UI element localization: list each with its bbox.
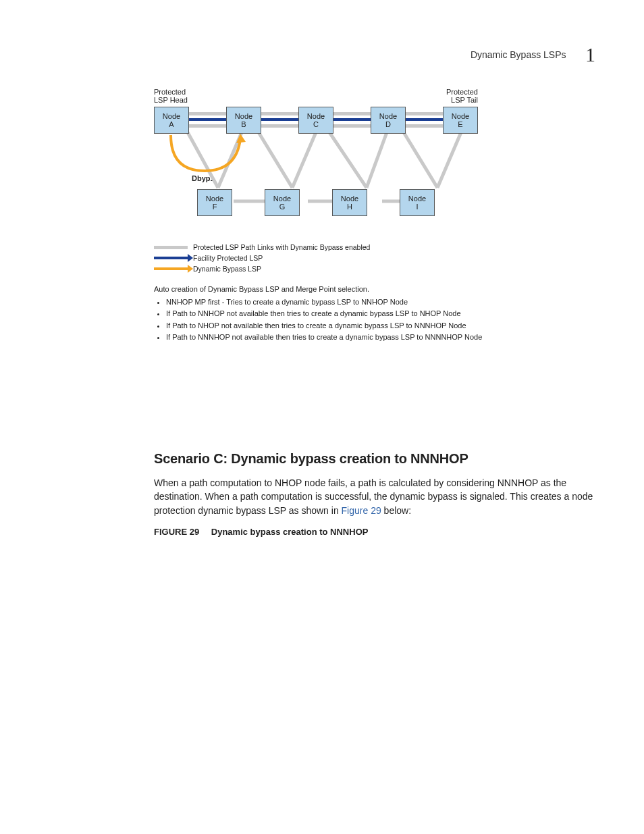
- node-g: Node G: [265, 189, 300, 216]
- section-heading: Scenario C: Dynamic bypass creation to N…: [154, 451, 599, 467]
- legend-text: Protected LSP Path Links with Dynamic By…: [193, 243, 370, 251]
- header-title: Dynamic Bypass LSPs: [471, 49, 566, 60]
- node-b: Node B: [226, 107, 261, 134]
- figure-reference-link[interactable]: Figure 29: [342, 505, 381, 516]
- node-d: Node D: [371, 107, 406, 134]
- network-diagram: Protected LSP Head Protected LSP Tail No…: [154, 88, 478, 216]
- label-protected-head: Protected LSP Head: [154, 88, 188, 104]
- node-c: Node C: [298, 107, 333, 134]
- notes-intro: Auto creation of Dynamic Bypass LSP and …: [154, 284, 599, 295]
- diagram-legend: Protected LSP Path Links with Dynamic By…: [154, 243, 599, 273]
- legend-swatch-gray: [154, 246, 188, 249]
- node-i: Node I: [400, 189, 435, 216]
- label-protected-tail: Protected LSP Tail: [446, 88, 478, 104]
- node-a: Node A: [154, 107, 189, 134]
- node-row-bottom: Node F Node G Node H Node I: [154, 189, 478, 216]
- legend-swatch-blue: [154, 257, 188, 259]
- chapter-number: 1: [585, 43, 595, 66]
- body-text-after: below:: [381, 505, 411, 516]
- note-bullet: NNHOP MP first - Tries to create a dynam…: [166, 296, 599, 308]
- page-header: Dynamic Bypass LSPs 1: [471, 43, 595, 66]
- node-row-top: Node A Node B Node C Node D Node E: [154, 107, 478, 134]
- svg-line-1: [218, 132, 242, 188]
- legend-item: Facility Protected LSP: [154, 254, 599, 262]
- legend-text: Dynamic Bypass LSP: [193, 265, 261, 273]
- legend-swatch-orange: [154, 267, 188, 270]
- svg-line-2: [259, 132, 292, 188]
- diagram-notes: Auto creation of Dynamic Bypass LSP and …: [154, 284, 599, 343]
- svg-line-5: [367, 132, 387, 188]
- svg-marker-11: [236, 134, 246, 143]
- figure-label: FIGURE 29: [154, 527, 199, 537]
- figure-title: Dynamic bypass creation to NNNHOP: [211, 527, 369, 537]
- legend-item: Dynamic Bypass LSP: [154, 265, 599, 273]
- svg-line-3: [292, 132, 316, 188]
- legend-text: Facility Protected LSP: [193, 254, 263, 262]
- section-body: When a path computation to NHOP node fai…: [154, 476, 599, 517]
- svg-line-4: [329, 132, 367, 188]
- note-bullet: If Path to NHOP not available then tries…: [166, 320, 599, 332]
- note-bullet: If Path to NNNHOP not available then tri…: [166, 332, 599, 343]
- figure-caption: FIGURE 29 Dynamic bypass creation to NNN…: [154, 527, 599, 537]
- node-e: Node E: [443, 107, 478, 134]
- svg-line-7: [437, 132, 461, 188]
- node-f: Node F: [197, 189, 232, 216]
- svg-line-6: [404, 132, 437, 188]
- legend-item: Protected LSP Path Links with Dynamic By…: [154, 243, 599, 251]
- node-h: Node H: [332, 189, 367, 216]
- dbyp-label: Dbyp1: [192, 174, 215, 182]
- figure-diagram-block: Protected LSP Head Protected LSP Tail No…: [154, 88, 599, 344]
- note-bullet: If Path to NNHOP not available then trie…: [166, 308, 599, 319]
